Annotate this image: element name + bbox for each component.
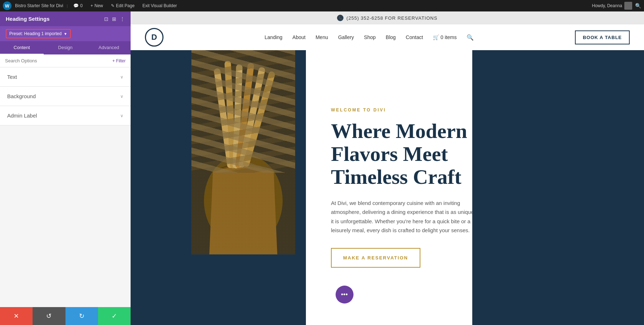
tab-design[interactable]: Design <box>44 41 87 54</box>
sidebar-panel: Heading Settings ⊡ ⊞ ⋮ Preset: Heading 1… <box>0 11 131 325</box>
accordion-text-header[interactable]: Text ∨ <box>0 67 131 86</box>
redo-button[interactable]: ↻ <box>65 307 98 325</box>
howdy-label: Howdy, Deanna <box>592 2 633 10</box>
svg-rect-3 <box>224 61 236 169</box>
avatar <box>624 2 632 10</box>
accordion-background-header[interactable]: Background ∨ <box>0 87 131 106</box>
svg-rect-8 <box>191 50 295 254</box>
tab-advanced[interactable]: Advanced <box>87 41 131 54</box>
nav-search-icon[interactable]: 🔍 <box>467 34 474 41</box>
chevron-down-icon: ∨ <box>120 113 123 118</box>
nav-links: Landing About Menu Gallery Shop Blog Con… <box>265 34 474 41</box>
topbar-phone-text: (255) 352-6258 FOR RESERVATIONS <box>346 15 437 21</box>
accordion-text: Text ∨ <box>0 67 131 87</box>
svg-rect-2 <box>214 68 234 168</box>
admin-new-link[interactable]: + New <box>88 2 105 10</box>
save-button[interactable]: ✓ <box>98 307 131 325</box>
book-table-button[interactable]: BOOK A TABLE <box>575 30 630 44</box>
accordion-admin-label: Admin Label ∨ <box>0 106 131 125</box>
settings-tabs: Content Design Advanced <box>0 41 131 54</box>
accordion-background-label: Background <box>7 93 36 99</box>
accordion-text-label: Text <box>7 74 17 80</box>
site-nav: D Landing About Menu Gallery Shop Blog C… <box>131 24 644 50</box>
chevron-down-icon: ▼ <box>64 32 67 36</box>
site-name[interactable]: Bistro Starter Site for Divi <box>15 3 63 8</box>
cancel-button[interactable]: ✕ <box>0 307 33 325</box>
preset-bar: Preset: Heading 1 imported ▼ <box>0 26 131 41</box>
close-icon: ✕ <box>14 312 19 320</box>
make-reservation-button[interactable]: MAKE A RESERVATION <box>331 248 420 268</box>
sidebar-icon-columns[interactable]: ⊞ <box>112 16 116 22</box>
admin-bar: W Bistro Starter Site for Divi | 💬 0 + N… <box>0 0 644 11</box>
website-preview: 📞 (255) 352-6258 FOR RESERVATIONS D Land… <box>131 11 644 325</box>
hero-left-dark <box>131 50 174 325</box>
svg-rect-6 <box>238 67 265 168</box>
check-icon: ✓ <box>112 312 117 320</box>
tab-content[interactable]: Content <box>0 41 44 54</box>
phone-icon: 📞 <box>337 15 343 21</box>
admin-edit-page-link[interactable]: ✎ Edit Page <box>109 2 137 10</box>
nav-link-contact[interactable]: Contact <box>406 34 423 40</box>
search-row: + Filter <box>0 54 131 67</box>
sidebar-title: Heading Settings <box>6 16 50 22</box>
sidebar-header: Heading Settings ⊡ ⊞ ⋮ <box>0 11 131 26</box>
preset-dropdown[interactable]: Preset: Heading 1 imported ▼ <box>6 29 71 38</box>
svg-rect-5 <box>235 63 254 168</box>
hero-food-image <box>191 50 295 254</box>
redo-icon: ↻ <box>79 312 84 320</box>
cart-icon: 🛒 <box>433 34 439 40</box>
admin-search-icon[interactable]: 🔍 <box>635 3 641 9</box>
accordion-admin-label-header[interactable]: Admin Label ∨ <box>0 106 131 125</box>
chevron-down-icon: ∨ <box>120 94 123 99</box>
hero-content: WELCOME TO DIVI Where Modern Flavors Mee… <box>306 50 508 325</box>
cart-count: 0 items <box>440 34 457 40</box>
filter-button[interactable]: + Filter <box>112 58 126 63</box>
search-input[interactable] <box>5 58 109 63</box>
more-options-button[interactable]: ••• <box>336 286 353 304</box>
bottom-toolbar: ✕ ↺ ↻ ✓ <box>0 307 131 325</box>
hero-heading: Where Modern Flavors Meet Timeless Craft <box>331 120 483 188</box>
svg-rect-7 <box>242 71 275 167</box>
nav-link-shop[interactable]: Shop <box>364 34 376 40</box>
hero-image-column <box>174 50 306 325</box>
sidebar-spacer <box>0 125 131 307</box>
accordion-admin-label-label: Admin Label <box>7 113 37 119</box>
nav-link-gallery[interactable]: Gallery <box>338 34 354 40</box>
exit-visual-builder-link[interactable]: Exit Visual Builder <box>140 2 179 10</box>
chevron-down-icon: ∨ <box>120 75 123 80</box>
svg-rect-4 <box>233 64 243 168</box>
hero-section: WELCOME TO DIVI Where Modern Flavors Mee… <box>131 50 644 325</box>
undo-icon: ↺ <box>46 312 52 320</box>
sidebar-icon-menu[interactable]: ⋮ <box>120 16 125 22</box>
undo-button[interactable]: ↺ <box>33 307 65 325</box>
accordion-background: Background ∨ <box>0 87 131 106</box>
preset-label: Preset: Heading 1 imported <box>9 31 62 36</box>
nav-cart[interactable]: 🛒 0 items <box>433 34 457 40</box>
site-topbar: 📞 (255) 352-6258 FOR RESERVATIONS <box>131 11 644 24</box>
nav-link-about[interactable]: About <box>292 34 306 40</box>
welcome-tag: WELCOME TO DIVI <box>331 107 483 113</box>
nav-link-landing[interactable]: Landing <box>265 34 283 40</box>
sidebar-icon-focus[interactable]: ⊡ <box>104 16 108 22</box>
dots-icon: ••• <box>341 291 348 298</box>
admin-comments-link[interactable]: 💬 0 <box>71 2 85 10</box>
nav-link-menu[interactable]: Menu <box>316 34 328 40</box>
sidebar-header-icons: ⊡ ⊞ ⋮ <box>104 16 125 22</box>
site-logo[interactable]: D <box>145 28 164 47</box>
hero-description: At Divi, we blend contemporary cuisine w… <box>331 199 483 235</box>
nav-link-blog[interactable]: Blog <box>386 34 396 40</box>
wordpress-logo-icon[interactable]: W <box>3 1 11 10</box>
